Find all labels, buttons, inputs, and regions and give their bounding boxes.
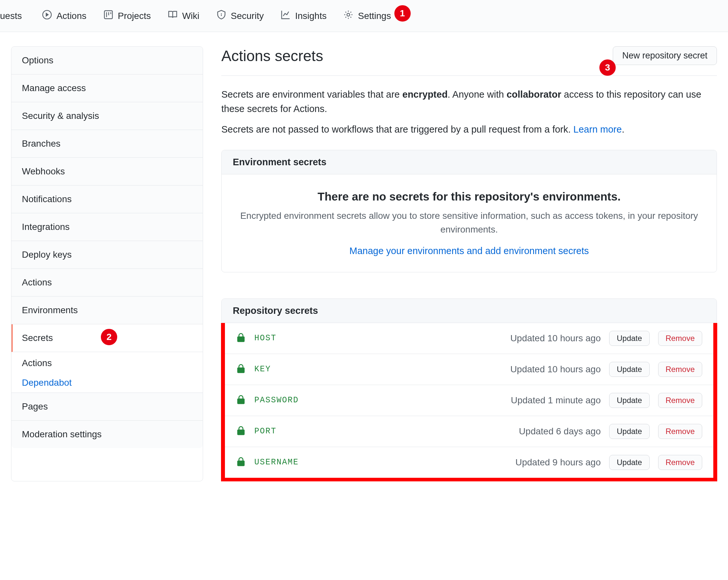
sidebar-item-deploy-keys[interactable]: Deploy keys (11, 241, 203, 269)
tab-label: Wiki (182, 11, 200, 21)
settings-sidebar: Options Manage access Security & analysi… (11, 46, 203, 481)
main-content: Actions secrets New repository secret 3 … (222, 46, 728, 481)
update-button[interactable]: Update (609, 331, 649, 346)
sidebar-item-environments[interactable]: Environments (11, 297, 203, 324)
sidebar-item-secrets[interactable]: Secrets 2 (11, 324, 203, 352)
update-button[interactable]: Update (609, 455, 649, 470)
secret-row: HOST Updated 10 hours ago Update Remove (225, 323, 713, 354)
annotation-circle-3: 3 (599, 59, 616, 76)
env-empty-desc: Encrypted environment secrets allow you … (235, 209, 703, 236)
update-button[interactable]: Update (609, 393, 649, 408)
graph-icon (281, 10, 290, 22)
sidebar-item-manage-access[interactable]: Manage access (11, 74, 203, 102)
lock-icon (236, 364, 246, 375)
remove-button[interactable]: Remove (658, 393, 702, 408)
repository-secrets-header: Repository secrets (222, 299, 717, 323)
secret-updated: Updated 1 minute ago (511, 395, 601, 406)
svg-point-6 (347, 14, 350, 16)
secret-row: USERNAME Updated 9 hours ago Update Remo… (225, 447, 713, 478)
secret-updated: Updated 10 hours ago (510, 364, 601, 375)
secrets-description-1: Secrets are environment variables that a… (222, 87, 717, 116)
secret-updated: Updated 9 hours ago (516, 457, 601, 468)
sidebar-item-options[interactable]: Options (11, 47, 203, 74)
environment-secrets-header: Environment secrets (222, 150, 717, 174)
sidebar-sub-actions[interactable]: Actions (11, 352, 203, 378)
environment-secrets-box: Environment secrets There are no secrets… (222, 150, 717, 272)
tab-wiki[interactable]: Wiki (168, 10, 200, 22)
lock-icon (236, 457, 246, 468)
secret-name: HOST (254, 333, 502, 343)
tab-settings[interactable]: Settings 1 (343, 10, 391, 22)
update-button[interactable]: Update (609, 362, 649, 377)
lock-icon (236, 395, 246, 406)
tab-label: Projects (118, 11, 151, 21)
lock-icon (236, 426, 246, 437)
secrets-description-2: Secrets are not passed to workflows that… (222, 123, 717, 137)
sidebar-item-pages[interactable]: Pages (11, 393, 203, 421)
sidebar-item-integrations[interactable]: Integrations (11, 213, 203, 241)
tab-label: Security (231, 11, 264, 21)
env-empty-title: There are no secrets for this repository… (235, 190, 703, 203)
update-button[interactable]: Update (609, 424, 649, 439)
secret-name: PORT (254, 427, 511, 436)
repo-tabs: uests Actions Projects Wiki Security Ins… (0, 0, 728, 32)
annotation-circle-1: 1 (394, 5, 411, 22)
tab-insights[interactable]: Insights (281, 10, 327, 22)
secret-updated: Updated 10 hours ago (510, 333, 601, 344)
tab-projects[interactable]: Projects (103, 10, 151, 22)
lock-icon (236, 333, 246, 344)
gear-icon (343, 10, 353, 22)
shield-icon (216, 10, 226, 22)
repository-secrets-box: Repository secrets HOST Updated 10 hours… (222, 299, 717, 481)
sidebar-item-security-analysis[interactable]: Security & analysis (11, 102, 203, 130)
tab-label: Insights (295, 11, 327, 21)
new-repository-secret-button[interactable]: New repository secret (613, 46, 717, 65)
repository-secrets-list: HOST Updated 10 hours ago Update Remove … (225, 323, 713, 478)
tab-label: Actions (56, 11, 86, 21)
annotation-circle-2: 2 (101, 329, 117, 345)
repository-secrets-highlight: HOST Updated 10 hours ago Update Remove … (221, 323, 717, 481)
secret-row: PASSWORD Updated 1 minute ago Update Rem… (225, 385, 713, 416)
svg-point-4 (221, 14, 222, 15)
tab-pull-requests-cutoff[interactable]: uests (0, 11, 25, 21)
sidebar-link-dependabot[interactable]: Dependabot (22, 378, 72, 388)
secret-name: PASSWORD (254, 396, 502, 405)
book-icon (168, 10, 178, 22)
remove-button[interactable]: Remove (658, 424, 702, 439)
secret-name: KEY (254, 364, 502, 374)
remove-button[interactable]: Remove (658, 362, 702, 377)
manage-environments-link[interactable]: Manage your environments and add environ… (349, 246, 589, 256)
secret-name: USERNAME (254, 457, 507, 467)
sidebar-item-notifications[interactable]: Notifications (11, 185, 203, 213)
page-title: Actions secrets (222, 47, 323, 65)
secret-row: KEY Updated 10 hours ago Update Remove (225, 354, 713, 385)
sidebar-item-moderation[interactable]: Moderation settings (11, 421, 203, 448)
sidebar-sub-dependabot[interactable]: Dependabot (11, 378, 203, 393)
remove-button[interactable]: Remove (658, 331, 702, 346)
sidebar-item-webhooks[interactable]: Webhooks (11, 158, 203, 185)
tab-security[interactable]: Security (216, 10, 264, 22)
sidebar-item-actions[interactable]: Actions (11, 269, 203, 297)
secret-row: PORT Updated 6 days ago Update Remove (225, 416, 713, 447)
tab-label: Settings (358, 11, 391, 21)
secret-updated: Updated 6 days ago (519, 426, 601, 437)
remove-button[interactable]: Remove (658, 455, 702, 470)
tab-actions[interactable]: Actions (42, 10, 86, 22)
learn-more-link[interactable]: Learn more (573, 124, 622, 134)
sidebar-item-branches[interactable]: Branches (11, 130, 203, 158)
project-icon (103, 10, 113, 22)
play-icon (42, 10, 52, 22)
